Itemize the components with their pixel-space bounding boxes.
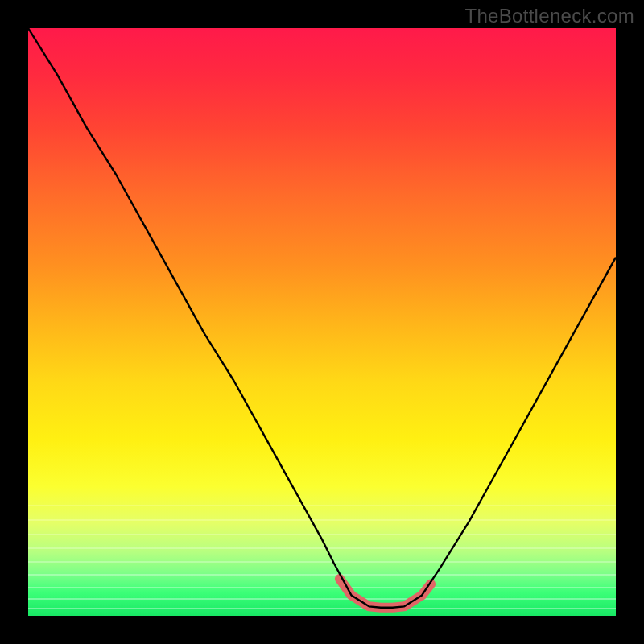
plot-area (28, 28, 616, 616)
bottleneck-curve (28, 28, 616, 608)
watermark-label: TheBottleneck.com (464, 5, 634, 27)
highlight-segment (340, 579, 431, 608)
curve-layer (28, 28, 616, 616)
chart-frame: TheBottleneck.com (0, 0, 644, 644)
